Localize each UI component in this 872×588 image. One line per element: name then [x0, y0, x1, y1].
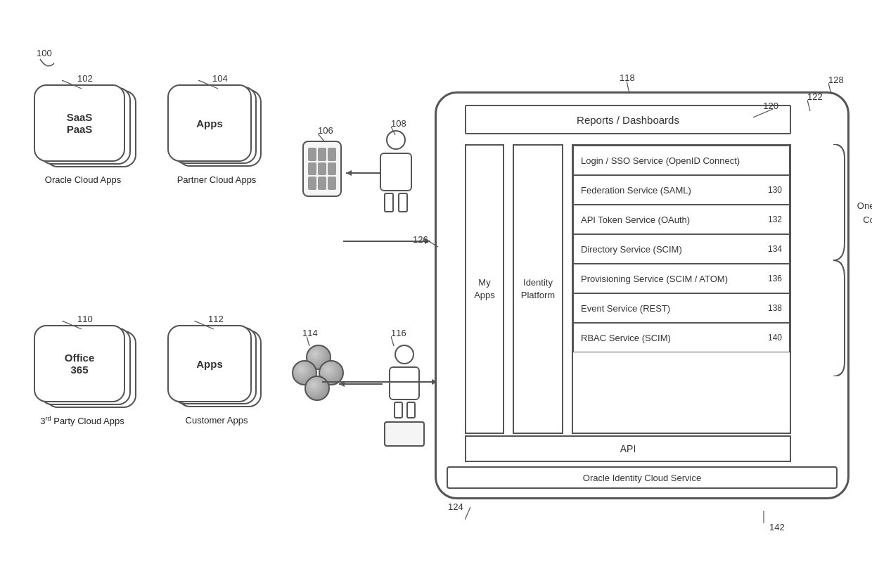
arrow-globes-to-myapps [322, 376, 442, 388]
ref-108-line [391, 127, 405, 136]
ref-112-line [194, 321, 215, 331]
identity-platform-label: IdentityPlatform [521, 276, 555, 302]
person-top [380, 130, 412, 212]
ref-104-line [198, 80, 219, 90]
service-directory-ref: 134 [768, 244, 782, 254]
oracle-identity-label: Oracle Identity Cloud Service [583, 473, 701, 483]
svg-line-2 [318, 134, 325, 142]
service-rbac: RBAC Service (SCIM) 140 [573, 323, 790, 352]
ref-142-line [757, 511, 771, 525]
svg-line-8 [307, 336, 309, 346]
ref-110-line [62, 321, 83, 331]
service-provisioning-ref: 136 [768, 274, 782, 283]
ref-100-line [37, 58, 58, 72]
services-area: Login / SSO Service (OpenID Connect) Fed… [572, 144, 791, 434]
svg-line-16 [753, 109, 773, 117]
ref-124: 124 [448, 501, 463, 512]
customer-front: Apps [167, 325, 252, 402]
service-login-label: Login / SSO Service (OpenID Connect) [581, 155, 740, 166]
service-directory-label: Directory Service (SCIM) [581, 244, 682, 255]
svg-line-17 [627, 81, 629, 94]
ref-102-line [62, 80, 83, 90]
identity-outer-box: Reports / Dashboards 120 118 MyApps 124 … [435, 91, 849, 499]
oracle-card-front: SaaSPaaS [34, 84, 125, 162]
service-federation: Federation Service (SAML) 130 [573, 175, 790, 205]
svg-line-3 [391, 127, 395, 135]
svg-line-6 [62, 321, 82, 329]
service-login: Login / SSO Service (OpenID Connect) [573, 146, 790, 175]
mobile-phone [302, 141, 342, 197]
ref-120-line [753, 109, 774, 119]
my-apps-label: MyApps [474, 276, 495, 302]
ref-124-line [465, 507, 476, 521]
service-event-label: Event Service (REST) [581, 303, 670, 314]
ref-118-line [627, 81, 641, 95]
service-federation-label: Federation Service (SAML) [581, 185, 691, 196]
diagram: 100 SaaSPaaS 102 Oracle Cloud Apps Apps … [0, 0, 872, 588]
reports-dashboards-label: Reports / Dashboards [577, 114, 679, 126]
service-api-token-ref: 132 [768, 215, 782, 224]
svg-line-19 [424, 238, 438, 247]
person-bottom [384, 345, 425, 447]
svg-line-0 [62, 80, 82, 89]
ref-126-line [424, 238, 440, 248]
customer-apps-label: Customer Apps [167, 415, 266, 426]
service-provisioning: Provisioning Service (SCIM / ATOM) 136 [573, 264, 790, 293]
ref-128-line [828, 83, 842, 96]
service-rbac-label: RBAC Service (SCIM) [581, 333, 671, 343]
svg-line-21 [807, 100, 810, 111]
one-admin-console: One Admin Console [849, 199, 872, 226]
partner-cloud-label: Partner Cloud Apps [167, 174, 266, 185]
partner-card-front: Apps [167, 84, 252, 162]
api-label: API [620, 443, 636, 454]
service-rbac-ref: 140 [768, 333, 782, 343]
service-event-ref: 138 [768, 303, 782, 313]
third-party-label: 3rd Party Cloud Apps [23, 415, 142, 426]
svg-line-1 [198, 80, 218, 89]
service-event: Event Service (REST) 138 [573, 293, 790, 323]
api-bar: API [465, 435, 791, 462]
svg-line-20 [828, 83, 831, 94]
service-federation-ref: 130 [768, 185, 782, 195]
right-brace [831, 144, 847, 376]
service-api-token: API Token Service (OAuth) 132 [573, 205, 790, 234]
arrow-person-to-mobile [343, 167, 381, 179]
ref-114-line [307, 336, 321, 347]
svg-line-7 [194, 321, 214, 329]
oracle-identity-bar: Oracle Identity Cloud Service [447, 466, 838, 489]
ref-100: 100 [37, 48, 52, 58]
svg-line-18 [465, 507, 470, 520]
svg-marker-5 [346, 170, 352, 176]
ref-116-line [391, 336, 405, 347]
oracle-cloud-label: Oracle Cloud Apps [34, 174, 132, 185]
reports-dashboards-bar: Reports / Dashboards [465, 105, 791, 134]
third-party-front: Office365 [34, 325, 125, 402]
ref-106-line [318, 134, 332, 143]
ref-142: 142 [769, 522, 785, 532]
service-api-token-label: API Token Service (OAuth) [581, 215, 690, 225]
svg-line-9 [391, 336, 394, 346]
service-directory: Directory Service (SCIM) 134 [573, 234, 790, 264]
one-admin-console-label: One Admin Console [857, 200, 872, 225]
identity-platform-column: IdentityPlatform [513, 144, 563, 434]
my-apps-column: MyApps [465, 144, 504, 434]
ref-122-line [807, 100, 821, 113]
service-provisioning-label: Provisioning Service (SCIM / ATOM) [581, 274, 728, 284]
